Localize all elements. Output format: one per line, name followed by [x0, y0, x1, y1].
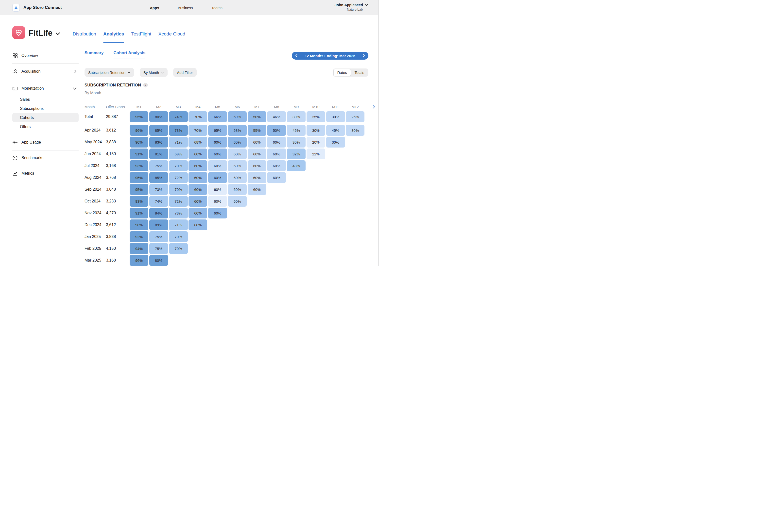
retention-cell[interactable]: 60%	[228, 184, 247, 195]
retention-cell[interactable]: 60%	[189, 160, 207, 171]
retention-cell[interactable]: 68%	[189, 137, 207, 148]
chevron-right-icon[interactable]	[363, 54, 365, 57]
retention-cell[interactable]: 72%	[169, 172, 188, 183]
retention-cell[interactable]: 60%	[208, 208, 227, 219]
filter-by-month[interactable]: By Month	[140, 68, 167, 77]
retention-cell[interactable]: 60%	[208, 149, 227, 159]
toggle-rates[interactable]: Rates	[333, 69, 351, 76]
retention-cell[interactable]: 60%	[208, 137, 227, 148]
retention-cell[interactable]: 25%	[346, 111, 364, 122]
app-tab-xcode-cloud[interactable]: Xcode Cloud	[159, 31, 185, 43]
filter-add-filter[interactable]: Add Filter	[173, 68, 197, 77]
retention-cell[interactable]: 55%	[248, 125, 266, 136]
retention-cell[interactable]: 25%	[307, 111, 325, 122]
retention-cell[interactable]: 45%	[326, 125, 345, 136]
retention-cell[interactable]: 65%	[208, 125, 227, 136]
retention-cell[interactable]: 71%	[169, 137, 188, 148]
retention-cell[interactable]: 45%	[287, 125, 306, 136]
sidebar-item-sales[interactable]: Sales	[12, 95, 78, 104]
retention-cell[interactable]: 89%	[149, 220, 168, 230]
app-tab-analytics[interactable]: Analytics	[103, 31, 124, 43]
retention-cell[interactable]: 74%	[169, 111, 188, 122]
retention-cell[interactable]: 70%	[169, 184, 188, 195]
retention-cell[interactable]: 60%	[248, 149, 266, 159]
retention-cell[interactable]: 60%	[189, 149, 207, 159]
tab-cohort-analysis[interactable]: Cohort Analysis	[113, 50, 145, 59]
toggle-totals[interactable]: Totals	[351, 69, 368, 76]
retention-cell[interactable]: 30%	[287, 111, 306, 122]
retention-cell[interactable]: 60%	[189, 208, 207, 219]
sidebar-item-subscriptions[interactable]: Subscriptions	[12, 104, 78, 113]
retention-cell[interactable]: 60%	[208, 172, 227, 183]
retention-cell[interactable]: 60%	[228, 149, 247, 159]
retention-cell[interactable]: 22%	[307, 149, 325, 159]
retention-cell[interactable]: 70%	[169, 160, 188, 171]
info-icon[interactable]: i	[143, 83, 148, 87]
retention-cell[interactable]: 73%	[149, 184, 168, 195]
date-range-selector[interactable]: 12 Months Ending: Mar 2025	[292, 52, 368, 60]
retention-cell[interactable]: 75%	[149, 243, 168, 254]
retention-cell[interactable]: 71%	[169, 220, 188, 230]
top-nav-business[interactable]: Business	[178, 6, 193, 10]
user-menu[interactable]: John Appleseed Nature Lab	[335, 2, 368, 12]
retention-cell[interactable]: 60%	[248, 137, 266, 148]
app-title[interactable]: FitLife	[29, 28, 60, 38]
retention-cell[interactable]: 60%	[189, 220, 207, 230]
retention-cell[interactable]: 90%	[130, 137, 148, 148]
retention-cell[interactable]: 85%	[149, 172, 168, 183]
retention-cell[interactable]: 32%	[287, 149, 306, 159]
retention-cell[interactable]: 60%	[248, 184, 266, 195]
retention-cell[interactable]: 80%	[149, 255, 168, 266]
retention-cell[interactable]: 70%	[169, 231, 188, 242]
retention-cell[interactable]: 46%	[267, 111, 286, 122]
sidebar-item-acquisition[interactable]: Acquisition	[12, 67, 78, 76]
sidebar-item-metrics[interactable]: Metrics	[12, 168, 78, 178]
retention-cell[interactable]: 70%	[189, 125, 207, 136]
retention-cell[interactable]: 70%	[189, 111, 207, 122]
retention-cell[interactable]: 60%	[228, 160, 247, 171]
retention-cell[interactable]: 81%	[149, 149, 168, 159]
sidebar-item-monetization[interactable]: Monetization	[12, 83, 78, 93]
retention-cell[interactable]: 73%	[169, 125, 188, 136]
retention-cell[interactable]: 69%	[169, 149, 188, 159]
retention-cell[interactable]: 70%	[169, 243, 188, 254]
retention-cell[interactable]: 91%	[130, 208, 148, 219]
app-tab-testflight[interactable]: TestFlight	[131, 31, 151, 43]
retention-cell[interactable]: 90%	[130, 220, 148, 230]
retention-cell[interactable]: 60%	[189, 172, 207, 183]
sidebar-item-offers[interactable]: Offers	[12, 122, 78, 131]
retention-cell[interactable]: 60%	[267, 172, 286, 183]
retention-cell[interactable]: 59%	[228, 111, 247, 122]
retention-cell[interactable]: 30%	[346, 125, 364, 136]
retention-cell[interactable]: 30%	[326, 137, 345, 148]
sidebar-item-overview[interactable]: Overview	[12, 51, 78, 61]
chevron-left-icon[interactable]	[295, 54, 297, 57]
retention-cell[interactable]: 66%	[208, 111, 227, 122]
retention-cell[interactable]: 75%	[149, 231, 168, 242]
sidebar-item-cohorts[interactable]: Cohorts	[12, 113, 78, 122]
retention-cell[interactable]: 95%	[130, 172, 148, 183]
retention-cell[interactable]: 30%	[287, 137, 306, 148]
retention-cell[interactable]: 94%	[130, 243, 148, 254]
retention-cell[interactable]: 60%	[267, 160, 286, 171]
retention-cell[interactable]: 85%	[149, 125, 168, 136]
retention-cell[interactable]: 60%	[248, 172, 266, 183]
retention-cell[interactable]: 75%	[149, 160, 168, 171]
retention-cell[interactable]: 60%	[228, 196, 247, 207]
retention-cell[interactable]: 20%	[307, 137, 325, 148]
retention-cell[interactable]: 96%	[130, 125, 148, 136]
retention-cell[interactable]: 96%	[130, 255, 148, 266]
retention-cell[interactable]: 60%	[189, 184, 207, 195]
retention-cell[interactable]: 95%	[130, 184, 148, 195]
sidebar-item-benchmarks[interactable]: Benchmarks	[12, 153, 78, 163]
sidebar-item-app-usage[interactable]: App Usage	[12, 137, 78, 147]
retention-cell[interactable]: 60%	[267, 149, 286, 159]
retention-cell[interactable]: 48%	[287, 160, 306, 171]
app-tab-distribution[interactable]: Distribution	[73, 31, 96, 43]
retention-cell[interactable]: 60%	[208, 184, 227, 195]
retention-cell[interactable]: 93%	[130, 196, 148, 207]
retention-cell[interactable]: 60%	[228, 137, 247, 148]
retention-cell[interactable]: 60%	[189, 196, 207, 207]
retention-cell[interactable]: 84%	[149, 208, 168, 219]
retention-cell[interactable]: 80%	[149, 111, 168, 122]
